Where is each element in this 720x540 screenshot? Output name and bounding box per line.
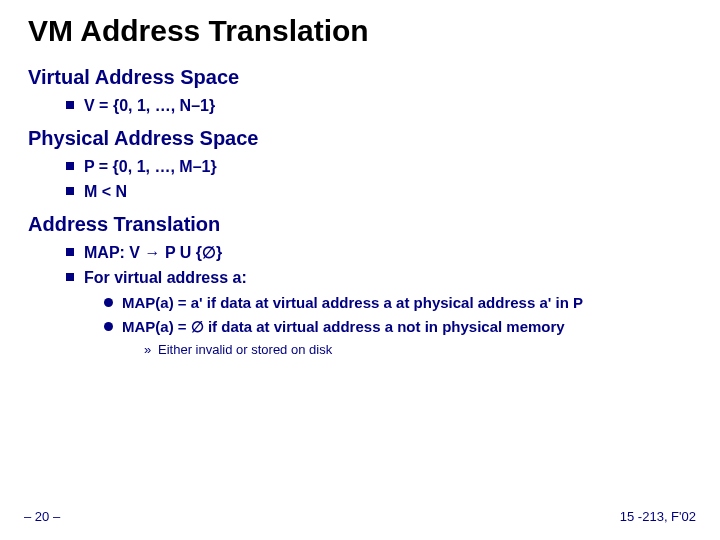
section-header-virtual: Virtual Address Space	[28, 66, 692, 89]
course-tag: 15 -213, F'02	[620, 509, 696, 524]
list-item: MAP: V → P U {∅}	[66, 242, 692, 264]
list-item: V = {0, 1, …, N–1}	[66, 95, 692, 117]
list-item-label: For virtual address a:	[84, 269, 247, 286]
slide-number: – 20 –	[24, 509, 60, 524]
list-translation-sub2: Either invalid or stored on disk	[122, 341, 692, 359]
slide: VM Address Translation Virtual Address S…	[0, 0, 720, 540]
slide-title: VM Address Translation	[28, 14, 692, 48]
list-translation: MAP: V → P U {∅} For virtual address a: …	[28, 242, 692, 359]
list-item: P = {0, 1, …, M–1}	[66, 156, 692, 178]
list-physical: P = {0, 1, …, M–1} M < N	[28, 156, 692, 203]
list-translation-sub: MAP(a) = a' if data at virtual address a…	[84, 293, 692, 359]
list-virtual: V = {0, 1, …, N–1}	[28, 95, 692, 117]
list-item: Either invalid or stored on disk	[144, 341, 692, 359]
footer: – 20 – 15 -213, F'02	[24, 509, 696, 524]
list-item: For virtual address a: MAP(a) = a' if da…	[66, 267, 692, 359]
list-item-label: MAP(a) = ∅ if data at virtual address a …	[122, 318, 565, 335]
list-item: MAP(a) = ∅ if data at virtual address a …	[104, 317, 692, 359]
section-header-translation: Address Translation	[28, 213, 692, 236]
list-item: MAP(a) = a' if data at virtual address a…	[104, 293, 692, 313]
list-item: M < N	[66, 181, 692, 203]
section-header-physical: Physical Address Space	[28, 127, 692, 150]
